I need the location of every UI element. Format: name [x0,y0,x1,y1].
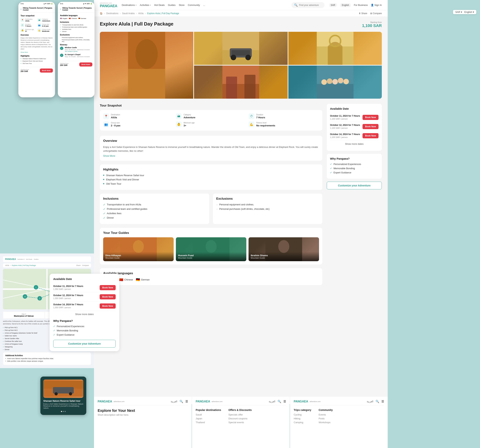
footer-item-thailand[interactable]: Thailand [196,421,221,424]
itin-link-1[interactable]: See details & photo [65,51,90,52]
lang-german: 🇩🇪 German [136,278,150,282]
breadcrumb-alula[interactable]: AlUla [138,12,143,15]
share-icon: ⬆ [359,12,361,15]
footer-item-saudi[interactable]: Saudi [196,413,221,416]
phone-show-more[interactable]: Show More [21,51,28,53]
search-icon[interactable]: 🔍 [180,400,183,403]
show-more-link[interactable]: Show More [103,154,115,157]
compare-button[interactable]: ⊞ Compare [370,12,382,15]
safari-card-title: Sharaan Nature Reserve Safari tour [43,400,83,402]
gallery-image-1[interactable] [100,32,193,99]
nav-community[interactable]: Community [188,4,200,7]
show-more-dates-link[interactable]: Show more dates [330,140,379,147]
guide-name-ibrahim: Ibrahim Shams [251,254,317,257]
bullet-icon [103,183,104,184]
top-lang-selector[interactable]: English ▾ [464,11,474,13]
top-sar-selector[interactable]: SAR ▾ [455,11,462,13]
currency-selector[interactable]: SAR [329,3,337,7]
page-title: Explore Alula | Full Day Package [100,21,173,27]
footer-item-camping[interactable]: Camping [294,421,311,424]
svg-point-23 [343,79,349,84]
footer-item-discount[interactable]: Discount coupons [228,417,252,420]
nav-hot-deals[interactable]: Hot Deals [154,4,165,7]
footer-item-posts[interactable]: Posts [319,417,333,420]
book-now-button-3[interactable]: Book Now [362,133,379,138]
main-two-col: Tour Snapshot 📍 Destination AlUla 🏔 [100,104,382,289]
highlight-item-3: Old Town Tour [103,182,319,185]
footer-item-special-events[interactable]: Special events [228,421,252,424]
search-icon[interactable]: 🔍 [277,400,281,403]
footer-item-hiking[interactable]: Hiking [294,417,311,420]
share-button[interactable]: ⬆ Share [359,12,367,15]
nav-more[interactable]: ... [203,4,205,7]
language-selector[interactable]: English [340,3,351,7]
footer-item-workshops[interactable]: Workshops [319,421,333,424]
footer-logo-3: PANGAEA [294,400,308,403]
footer-hero-1: Explore for Your Next [98,409,188,413]
breadcrumb-destinations[interactable]: Destinations [106,12,118,15]
overview-title: Overview [103,139,319,143]
phone-inc-3: ✓ Activities fees [60,29,92,30]
show-more-dates-bottom[interactable]: Show more dates [53,311,116,318]
user-icon: 👤 [371,4,374,7]
phone-lang-chinese: 🇨🇳 Chinese [69,18,77,19]
bullet-icon [103,175,104,176]
footer-item-events[interactable]: Events [319,413,333,416]
sign-in-button[interactable]: 👤 Sign In [371,4,382,7]
inclusions-section: Inclusions ✓ Transportation to and from … [100,194,209,224]
bottom-book-btn-2[interactable]: Book Now [100,294,116,299]
customize-adventure-button[interactable]: Customize your Adventure [327,182,382,189]
search-icon[interactable]: 🔍 [375,400,379,403]
breadcrumb-saudi[interactable]: Saudi Arabia [122,12,134,15]
book-now-button-1[interactable]: Book Now [362,115,379,120]
inclusion-item-2: ✓ Professional team and certified guides [103,208,206,210]
nav-activities[interactable]: Activities ▾ [140,4,151,7]
why-pangaea-bottom-title: Why Pangaea? [53,319,116,322]
date-label-1: October 11, 2024 for 7 Hours [330,115,360,117]
svg-point-29 [278,240,289,253]
phone-book-button-2[interactable]: Book Now! [40,69,53,72]
svg-point-25 [133,240,144,253]
nav-store[interactable]: Store [179,4,184,7]
customize-adventure-bottom-button[interactable]: Customize your Adventure [53,340,116,347]
phone-lang-english: 🇬🇧 English [60,18,67,19]
gallery-image-2[interactable] [194,32,288,65]
day-2-tab[interactable]: Day 2 Masterpiece of Vatican [3,311,45,319]
footer-phone-1: PANGAEA adventure.com العربية 🔍 ☰ Explor… [94,397,192,448]
highlights-title: Highlights [103,168,319,171]
gallery-image-4[interactable] [194,65,288,99]
logo[interactable]: adventure.com PANGAEA [100,2,117,8]
phone-book-button-3[interactable]: Book Now! [79,62,92,66]
menu-icon[interactable]: ☰ [185,400,188,403]
svg-point-47 [55,392,58,395]
price-amount: 1,100 SAR [362,23,382,28]
check-icon: ✓ [103,216,105,219]
guide-card-dina[interactable]: Dina Allhayan Mountain Guide [103,237,174,261]
back-icon[interactable]: ‹ [60,7,61,10]
footer-hero-sub-1: Short description will be here. [98,413,188,416]
home-icon[interactable]: 🏠 [100,12,103,15]
guide-card-hussein[interactable]: Hussein Fuad Mountain Guide [176,237,246,261]
bottom-book-btn-1[interactable]: Book Now [100,285,116,290]
search-input[interactable] [299,4,322,7]
nav-guides[interactable]: Guides [168,4,176,7]
footer-item-cycling[interactable]: Cycling [294,413,311,416]
nav-destinations[interactable]: Destinations ▾ [122,4,137,7]
gallery-image-3[interactable] [288,32,382,65]
price-tag: Starting from 1,100 SAR [362,21,382,28]
menu-icon[interactable]: ☰ [381,400,384,403]
fitness-icon: 💪 [37,29,41,32]
menu-icon[interactable]: ☰ [283,400,286,403]
gallery-image-5[interactable] [288,65,382,99]
svg-point-9 [245,55,251,60]
back-icon[interactable]: ‹ [21,7,21,10]
bottom-book-btn-3[interactable]: Book Now [100,303,116,309]
for-business-link[interactable]: For Business [354,4,368,7]
phone-2: 9:41 ▲▼ WiFi 🔋 ‹ Hiking Towards Sunset |… [18,2,55,97]
book-now-button-2[interactable]: Book Now [362,124,379,129]
footer-item-japan[interactable]: Japan [196,417,221,420]
check-icon: ✓ [103,208,105,210]
guide-card-ibrahim[interactable]: Ibrahim Shams Mountain Guide [248,237,319,261]
footer-item-specials[interactable]: Specials offer [228,413,252,416]
group-icon: 👥 [37,23,41,27]
